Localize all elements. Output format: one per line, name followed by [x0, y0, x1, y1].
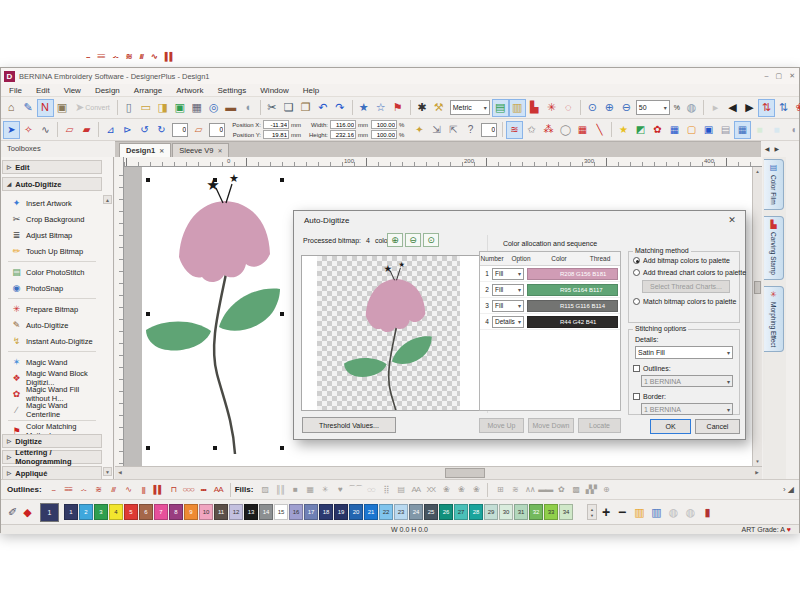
zoom-1-1-icon[interactable]: ⊙	[584, 99, 601, 117]
menu-item[interactable]: Arrange	[134, 86, 162, 95]
vscroll-thumb[interactable]	[754, 281, 761, 294]
palette-swatch[interactable]: 15	[274, 504, 288, 520]
thread-color-bar[interactable]: R95 G164 B117	[527, 284, 618, 296]
outline-style-satin[interactable]: ≋	[91, 482, 106, 497]
fill-style-monogram-xx[interactable]: XX	[423, 482, 438, 497]
motif-fill-check[interactable]: ▩	[568, 482, 583, 497]
scroll-up-icon[interactable]: ▲	[753, 167, 762, 176]
mirror-x-icon[interactable]: ⊿	[102, 121, 119, 139]
threshold-values-button[interactable]: Threshold Values...	[302, 417, 396, 433]
insert-embroidery-icon[interactable]: ★	[356, 99, 373, 117]
hoop-frame-icon[interactable]: ▢	[683, 121, 700, 139]
tab-design1[interactable]: Design1✕	[119, 143, 171, 157]
stumpwork-icon[interactable]: ◌	[560, 99, 577, 117]
width-percent-input[interactable]	[371, 120, 397, 129]
fill-style-arcs[interactable]: ⌒⌒	[347, 482, 363, 497]
print-icon[interactable]: ▦	[189, 99, 206, 117]
color-allocation-row[interactable]: 2 Fill R95 G164 B117	[480, 282, 620, 298]
fill-style-lace-1[interactable]: ❀	[438, 482, 453, 497]
palette-swatch[interactable]: 25	[424, 504, 438, 520]
copy-design-icon[interactable]: ⚑	[390, 99, 407, 117]
palette-swatch[interactable]: 3	[94, 504, 108, 520]
pattern-stamp-icon[interactable]: ▦	[574, 121, 591, 139]
ok-button[interactable]: OK	[650, 419, 691, 434]
option-dropdown[interactable]: Fill	[492, 284, 524, 296]
zoom-whole-design-icon[interactable]: ⊖	[618, 99, 635, 117]
hoop-layout-icon[interactable]: ▣	[54, 99, 71, 117]
insert-artwork-icon[interactable]: ☆	[373, 99, 390, 117]
current-color-swatch[interactable]: 1	[40, 503, 59, 522]
palette-swatch[interactable]: 26	[439, 504, 453, 520]
outline-style-chain[interactable]: ○○○	[181, 482, 196, 497]
outline-style-monogram[interactable]: AA	[211, 482, 226, 497]
polygon-select-icon[interactable]: ✧	[20, 121, 37, 139]
outline-style-dots[interactable]: •••	[196, 482, 211, 497]
toolbox-item-magic-wand[interactable]: ✶ Magic Wand	[2, 354, 102, 370]
motif-fill-flower[interactable]: ✿	[553, 482, 568, 497]
skew-icon[interactable]: ▱	[190, 121, 207, 139]
outlines-checkbox[interactable]: Outlines:	[633, 365, 737, 372]
palette-swatch[interactable]: 11	[214, 504, 228, 520]
palette-swatch[interactable]: 16	[289, 504, 303, 520]
color-allocation-row[interactable]: 1 Fill R208 G156 B181	[480, 266, 620, 282]
fill-style-lace-2[interactable]: ❀	[453, 482, 468, 497]
overview-grid-icon[interactable]: ▦	[734, 121, 751, 139]
motif-fill-globe[interactable]: ⊕	[598, 482, 613, 497]
outline-style-open-blanket[interactable]: ⊓	[166, 482, 181, 497]
border-checkbox[interactable]: Border:	[633, 393, 737, 400]
palette-swatch[interactable]: 32	[529, 504, 543, 520]
horizontal-scrollbar[interactable]: ◀ ▶	[115, 466, 762, 479]
motif-fill-dash[interactable]: ▬▬	[537, 482, 553, 497]
thread-color-bar[interactable]: R115 G116 B114	[527, 300, 618, 312]
minimize-button[interactable]: –	[765, 72, 769, 80]
color-wheel-icon[interactable]: ⇅	[758, 99, 775, 117]
flower-artwork[interactable]	[143, 169, 283, 459]
color-film-toggle-icon[interactable]: ▥	[509, 99, 526, 117]
fill-style-lace-3[interactable]: ❀	[468, 482, 483, 497]
motif-fill-arrow[interactable]: ∧∧	[522, 482, 537, 497]
copy-icon[interactable]: ❏	[281, 99, 298, 117]
motif-fill-grid[interactable]: ⊞	[492, 482, 507, 497]
tab-scroll-left-icon[interactable]: ◀	[765, 145, 770, 152]
radio-add-thread-chart-colors[interactable]: Add thread chart colors to palette	[633, 269, 737, 276]
thread-color-bar[interactable]: R44 G42 B41	[527, 316, 618, 328]
toolbox-item-touch-up-bitmap[interactable]: ✏ Touch Up Bitmap	[2, 243, 102, 259]
menu-item[interactable]: Help	[303, 86, 319, 95]
option-dropdown[interactable]: Fill	[492, 268, 524, 280]
outline-style-triple[interactable]: ≡≡	[61, 482, 76, 497]
color-allocation-row[interactable]: 4 Details R44 G42 B41	[480, 314, 620, 330]
add-color-button[interactable]: +	[599, 504, 613, 520]
mouse-options-icon[interactable]: ◖	[785, 121, 800, 139]
float-outline-wave-icon[interactable]: ∿	[151, 52, 157, 61]
tab-close-icon[interactable]: ✕	[159, 147, 164, 154]
hide-thread-icon[interactable]: ◍	[665, 503, 682, 521]
border-thread-dropdown[interactable]: 1 BERNINA	[641, 403, 733, 415]
skew-angle-input[interactable]	[209, 123, 225, 137]
toolbox-item-adjust-bitmap[interactable]: ≣ Adjust Bitmap	[2, 227, 102, 243]
scroll-left-icon[interactable]: ◀	[115, 468, 125, 478]
preview-zoom-in-button[interactable]: ⊕	[387, 233, 403, 247]
position-x-input[interactable]	[263, 120, 289, 129]
freehand-select-icon[interactable]: ∿	[37, 121, 54, 139]
toolbar-overflow-icon[interactable]: › ◢	[783, 485, 794, 494]
palette-swatch[interactable]: 33	[544, 504, 558, 520]
toolbox-section-applique[interactable]: ▷ Appliqué	[2, 466, 102, 480]
palette-swatch[interactable]: 23	[394, 504, 408, 520]
palette-swatch[interactable]: 30	[499, 504, 513, 520]
reshape-fill-icon[interactable]: ▰	[78, 121, 95, 139]
preview-zoom-fit-button[interactable]: ⊙	[423, 233, 439, 247]
stitch-player-icon[interactable]: ▸	[707, 99, 724, 117]
write-to-machine-icon[interactable]: ▬	[223, 99, 240, 117]
pan-icon[interactable]: ◍	[683, 99, 700, 117]
float-outline-satin-icon[interactable]: ≋	[126, 52, 132, 61]
swatch-light-blue-icon[interactable]: ■	[768, 121, 785, 139]
float-outline-triple-icon[interactable]: ≡≡	[97, 52, 104, 61]
swatch-light-green-icon[interactable]: ■	[751, 121, 768, 139]
toolbox-section-edit[interactable]: ▷ Edit	[2, 160, 102, 174]
machine-files-icon[interactable]: ◖	[240, 99, 257, 117]
rotate-cw-45-icon[interactable]: ↻	[153, 121, 170, 139]
grid-toggle-icon[interactable]: ▤	[717, 121, 734, 139]
option-dropdown[interactable]: Details	[492, 316, 524, 328]
apply-color-icon[interactable]: ◆	[20, 503, 35, 521]
palette-swatch[interactable]: 12	[229, 504, 243, 520]
